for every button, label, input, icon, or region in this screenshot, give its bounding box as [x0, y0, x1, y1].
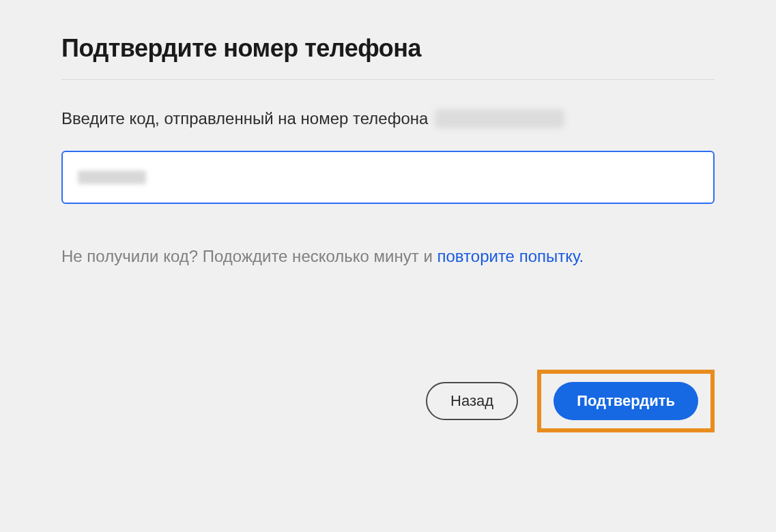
- resend-row: Не получили код? Подождите несколько мин…: [61, 245, 715, 268]
- code-input-wrapper: [61, 151, 715, 204]
- verify-phone-panel: Подтвердите номер телефона Введите код, …: [61, 34, 715, 432]
- resend-link[interactable]: повторите попытку.: [437, 247, 584, 265]
- page-title: Подтвердите номер телефона: [61, 34, 715, 63]
- verification-code-input[interactable]: [61, 151, 715, 204]
- instruction-text: Введите код, отправленный на номер телеф…: [61, 107, 428, 130]
- resend-prefix-text: Не получили код? Подождите несколько мин…: [61, 247, 437, 265]
- phone-number-redacted: [435, 109, 564, 128]
- back-button[interactable]: Назад: [426, 382, 518, 420]
- button-row: Назад Подтвердить: [61, 370, 715, 432]
- divider: [61, 79, 715, 80]
- confirm-highlight-box: Подтвердить: [537, 370, 715, 432]
- instruction-row: Введите код, отправленный на номер телеф…: [61, 107, 715, 130]
- confirm-button[interactable]: Подтвердить: [554, 382, 698, 420]
